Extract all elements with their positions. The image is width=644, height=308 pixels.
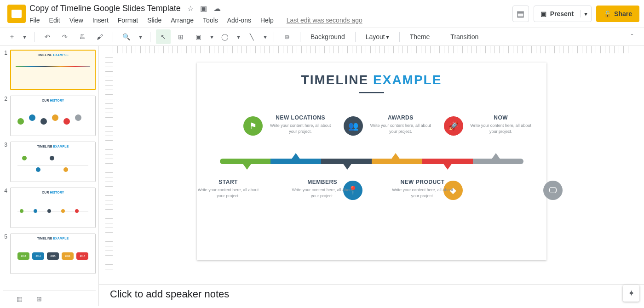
doc-title[interactable]: Copy of Timeline Google Slides Template [29, 4, 181, 13]
line-tool[interactable]: ╲ [244, 29, 259, 44]
menu-view[interactable]: View [69, 17, 83, 24]
timeline-body: Write your content here, all about your … [288, 187, 357, 199]
new-slide-dropdown[interactable]: ▾ [20, 29, 29, 44]
menu-help[interactable]: Help [260, 17, 274, 24]
thumbnail-2[interactable]: OUR HISTORY [10, 96, 96, 136]
separator [274, 32, 274, 42]
menu-format[interactable]: Format [118, 17, 138, 24]
present-label: Present [550, 10, 574, 17]
separator [34, 32, 34, 42]
timeline-caption[interactable]: MEMBERSWrite your content here, all abou… [288, 179, 357, 199]
collapse-toolbar[interactable]: ˆ [625, 29, 639, 44]
timeline-body: Write your content here, all about your … [366, 123, 435, 134]
timeline-body: Write your content here, all about your … [266, 123, 335, 134]
menu-arrange[interactable]: Arrange [171, 17, 194, 24]
layout-label: Layout [366, 33, 385, 40]
share-button[interactable]: 🔒 Share [596, 6, 639, 22]
theme-button[interactable]: Theme [405, 29, 435, 44]
filmstrip: 1 TIMELINE EXAMPLE 2 OUR HISTORY 3 [0, 46, 99, 306]
play-icon: ▣ [540, 10, 546, 17]
timeline-marker [491, 153, 500, 160]
menu-insert[interactable]: Insert [92, 17, 109, 24]
chevron-down-icon: ▾ [386, 33, 389, 40]
menu-addons[interactable]: Add-ons [227, 17, 251, 24]
thumb-number: 1 [3, 50, 7, 90]
transition-button[interactable]: Transition [446, 29, 483, 44]
toolbar: ＋ ▾ ↶ ↷ 🖶 🖌 🔍 ▾ ↖ ⊞ ▣ ▾ ◯ ▾ ╲ ▾ ⊕ Backgr… [0, 28, 644, 46]
last-edit[interactable]: Last edit was seconds ago [287, 17, 362, 24]
cloud-icon[interactable]: ☁ [213, 4, 221, 13]
timeline-label: NEW LOCATIONS [266, 114, 335, 121]
timeline[interactable]: ⚑NEW LOCATIONSWrite your content here, a… [220, 121, 523, 231]
new-slide-button[interactable]: ＋ [5, 29, 19, 44]
timeline-bubble[interactable]: 👥 [344, 116, 363, 136]
separator [300, 32, 300, 42]
timeline-label: NOW [466, 114, 535, 121]
shape-dropdown[interactable]: ▾ [235, 29, 242, 44]
timeline-label: MEMBERS [288, 179, 357, 185]
thumbnail-1[interactable]: TIMELINE EXAMPLE [10, 50, 96, 90]
zoom-dropdown[interactable]: ▾ [136, 29, 144, 44]
speaker-notes[interactable]: Click to add speaker notes [99, 284, 644, 306]
redo-button[interactable]: ↷ [58, 29, 72, 44]
timeline-bubble[interactable]: 🖵 [543, 181, 563, 200]
timeline-caption[interactable]: NEW PRODUCTWrite your content here, all … [388, 179, 457, 199]
present-button[interactable]: ▣ Present [534, 10, 580, 17]
timeline-label: AWARDS [366, 114, 435, 121]
image-tool[interactable]: ▣ [191, 29, 206, 44]
thumbnail-3[interactable]: TIMELINE EXAMPLE [10, 142, 96, 182]
separator [355, 32, 356, 42]
print-button[interactable]: 🖶 [75, 29, 90, 44]
timeline-caption[interactable]: AWARDSWrite your content here, all about… [366, 114, 435, 134]
slide-canvas[interactable]: TIMELINE EXAMPLE ⚑NEW LOCATIONSWrite you… [197, 63, 546, 260]
timeline-marker [291, 153, 300, 160]
select-tool[interactable]: ↖ [156, 29, 171, 44]
layout-button[interactable]: Layout▾ [361, 29, 394, 44]
shape-tool[interactable]: ◯ [218, 29, 232, 44]
explore-button[interactable]: ✦ [623, 285, 639, 302]
timeline-marker [242, 163, 252, 170]
separator [113, 32, 113, 42]
timeline-bubble[interactable]: ⚑ [243, 116, 263, 136]
menu-slide[interactable]: Slide [147, 17, 161, 24]
thumb-number: 4 [3, 188, 7, 228]
star-icon[interactable]: ☆ [187, 4, 194, 13]
app-header: Copy of Timeline Google Slides Template … [0, 0, 644, 28]
timeline-bar [220, 159, 523, 164]
present-dropdown[interactable]: ▾ [580, 10, 591, 17]
thumb-number: 5 [3, 234, 7, 274]
paint-format-button[interactable]: 🖌 [92, 29, 107, 44]
menu-bar: File Edit View Insert Format Slide Arran… [29, 14, 512, 28]
background-button[interactable]: Background [306, 29, 350, 44]
comments-button[interactable]: ▤ [512, 6, 529, 22]
comment-icon: ▤ [517, 9, 524, 19]
textbox-tool[interactable]: ⊞ [173, 29, 188, 44]
timeline-marker [343, 163, 352, 170]
move-icon[interactable]: ▣ [200, 4, 207, 13]
menu-edit[interactable]: Edit [49, 17, 60, 24]
timeline-body: Write your content here, all about your … [388, 187, 457, 199]
canvas[interactable]: TIMELINE EXAMPLE ⚑NEW LOCATIONSWrite you… [99, 53, 644, 284]
thumbnail-4[interactable]: OUR HISTORY [10, 188, 96, 228]
comment-tool[interactable]: ⊕ [280, 29, 294, 44]
filmstrip-view-icon[interactable]: ▦ [17, 295, 23, 302]
timeline-marker [443, 163, 452, 170]
ruler-horizontal [113, 46, 630, 53]
timeline-label: START [194, 179, 263, 185]
thumbnail-5[interactable]: TIMELINE EXAMPLE 2013 2014 2015 2016 201… [10, 234, 96, 274]
slide-title[interactable]: TIMELINE EXAMPLE [197, 63, 546, 87]
line-dropdown[interactable]: ▾ [262, 29, 268, 44]
menu-file[interactable]: File [29, 17, 40, 24]
zoom-button[interactable]: 🔍 [119, 29, 133, 44]
grid-view-icon[interactable]: ⊞ [36, 295, 42, 302]
timeline-caption[interactable]: NEW LOCATIONSWrite your content here, al… [266, 114, 335, 134]
title-word-b: EXAMPLE [373, 73, 442, 87]
timeline-caption[interactable]: NOWWrite your content here, all about yo… [466, 114, 535, 134]
timeline-bubble[interactable]: 🚀 [444, 116, 463, 136]
separator [440, 32, 440, 42]
chevron-down-icon: ▾ [584, 10, 587, 17]
timeline-caption[interactable]: STARTWrite your content here, all about … [194, 179, 263, 199]
undo-button[interactable]: ↶ [40, 29, 55, 44]
menu-tools[interactable]: Tools [203, 17, 218, 24]
image-dropdown[interactable]: ▾ [208, 29, 215, 44]
